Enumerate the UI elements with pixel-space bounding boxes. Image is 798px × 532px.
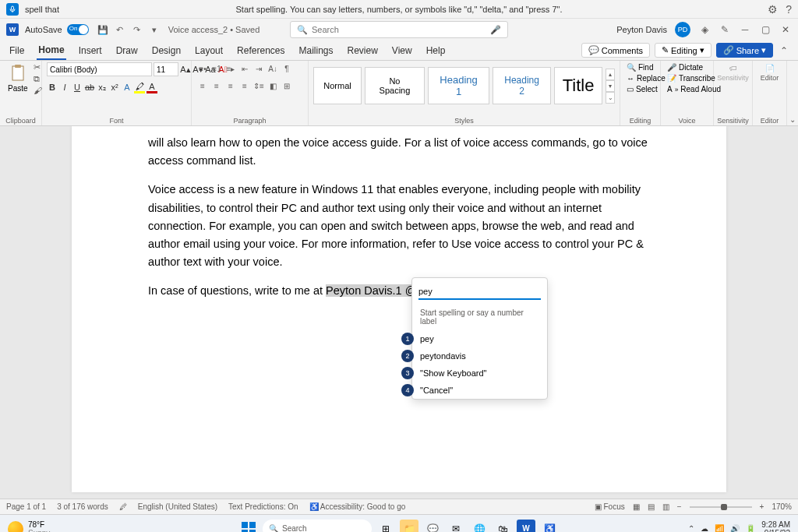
spell-option-4[interactable]: 4"Cancel" — [412, 382, 547, 399]
paragraph-3[interactable]: In case of questions, write to me at Pey… — [148, 282, 650, 300]
language-status[interactable]: English (United States) — [138, 502, 217, 511]
document-page[interactable]: will also learn how to open the voice ac… — [72, 126, 726, 492]
cut-icon[interactable]: ✂ — [34, 62, 42, 72]
taskbar-search[interactable]: 🔍 Search — [263, 520, 372, 533]
subscript-button[interactable]: x₂ — [97, 81, 108, 93]
tray-date[interactable]: 9/15/22 — [761, 529, 790, 533]
search-input[interactable] — [312, 25, 490, 34]
bullets-icon[interactable]: ≡• — [196, 62, 209, 75]
font-size-select[interactable] — [154, 62, 178, 76]
accessibility-icon[interactable]: ♿ — [540, 520, 559, 533]
format-painter-icon[interactable]: 🖌 — [34, 86, 42, 95]
multilevel-icon[interactable]: ≡▸ — [224, 62, 237, 75]
word-taskbar-icon[interactable]: W — [517, 520, 535, 533]
comments-button[interactable]: 💬 Comments — [581, 43, 650, 58]
styles-gallery-arrows[interactable]: ▴▾⌄ — [606, 69, 615, 104]
text-predictions-status[interactable]: Text Predictions: On — [228, 502, 298, 511]
editing-mode-button[interactable]: ✎ Editing ▾ — [655, 43, 711, 58]
share-button[interactable]: 🔗 Share ▾ — [716, 43, 773, 58]
replace-button[interactable]: ↔ Replace — [625, 73, 655, 83]
ribbon-collapse-icon[interactable]: ⌄ — [789, 115, 796, 124]
read-aloud-button[interactable]: A» Read Aloud — [666, 84, 708, 94]
style-heading2[interactable]: Heading 2 — [493, 67, 551, 104]
page-count[interactable]: Page 1 of 1 — [6, 502, 46, 511]
minimize-button[interactable]: ─ — [739, 23, 751, 36]
accessibility-status[interactable]: ♿ Accessibility: Good to go — [309, 502, 406, 511]
view-print-icon[interactable]: ▦ — [633, 502, 640, 511]
tab-view[interactable]: View — [390, 42, 414, 59]
align-center-icon[interactable]: ≡ — [210, 79, 223, 92]
tab-design[interactable]: Design — [150, 42, 182, 59]
close-button[interactable]: ✕ — [779, 23, 792, 36]
maximize-button[interactable]: ▢ — [759, 23, 772, 36]
user-name[interactable]: Peyton Davis — [616, 25, 667, 34]
tab-home[interactable]: Home — [37, 41, 65, 60]
tab-draw[interactable]: Draw — [115, 42, 139, 59]
spell-option-1[interactable]: 1pey — [412, 330, 547, 347]
user-avatar[interactable]: PD — [675, 22, 690, 37]
align-left-icon[interactable]: ≡ — [196, 79, 209, 92]
paragraph-2[interactable]: Voice access is a new feature in Windows… — [148, 181, 650, 271]
line-spacing-icon[interactable]: ⇕≡ — [252, 79, 265, 92]
tab-help[interactable]: Help — [425, 42, 447, 59]
tab-insert[interactable]: Insert — [77, 42, 104, 59]
tray-chevron-icon[interactable]: ⌃ — [688, 524, 694, 532]
document-name[interactable]: Voice access_2 • Saved — [168, 25, 260, 34]
qat-dropdown-icon[interactable]: ▾ — [148, 23, 161, 36]
weather-widget[interactable]: 78°FSunny — [8, 520, 50, 533]
indent-icon[interactable]: ⇥ — [252, 62, 265, 75]
strikethrough-button[interactable]: ab — [84, 81, 95, 93]
tray-battery-icon[interactable]: 🔋 — [746, 524, 755, 532]
outdent-icon[interactable]: ⇤ — [238, 62, 251, 75]
justify-icon[interactable]: ≡ — [238, 79, 251, 92]
paste-button[interactable]: Paste — [5, 62, 31, 94]
view-web-icon[interactable]: ▥ — [662, 502, 669, 511]
zoom-out-button[interactable]: − — [677, 502, 682, 511]
paragraph-1[interactable]: will also learn how to open the voice ac… — [148, 134, 650, 170]
toggle-switch[interactable]: On — [67, 24, 89, 35]
pen-icon[interactable]: ✎ — [719, 23, 731, 36]
task-view-icon[interactable]: ⊞ — [376, 520, 395, 533]
superscript-button[interactable]: x² — [109, 81, 120, 93]
tab-references[interactable]: References — [235, 42, 286, 59]
zoom-in-button[interactable]: + — [760, 502, 764, 511]
style-nospacing[interactable]: No Spacing — [365, 67, 425, 104]
spell-check-icon[interactable]: 🖉 — [119, 502, 127, 511]
tray-volume-icon[interactable]: 🔊 — [730, 524, 740, 532]
spell-input[interactable] — [418, 284, 541, 300]
save-icon[interactable]: 💾 — [97, 23, 109, 36]
font-color-icon[interactable]: A — [147, 81, 157, 93]
tray-cloud-icon[interactable]: ☁ — [701, 524, 708, 532]
bold-button[interactable]: B — [47, 81, 58, 93]
autosave-toggle[interactable]: AutoSave On — [25, 24, 89, 35]
focus-button[interactable]: ▣ Focus — [595, 502, 625, 511]
document-scroll-area[interactable]: will also learn how to open the voice ac… — [0, 126, 798, 499]
tab-review[interactable]: Review — [346, 42, 380, 59]
start-button[interactable] — [239, 520, 258, 533]
view-read-icon[interactable]: ▤ — [648, 502, 655, 511]
explorer-icon[interactable]: 📁 — [400, 520, 418, 533]
editor-button[interactable]: 📄 Editor — [757, 62, 782, 83]
word-count[interactable]: 3 of 176 words — [57, 502, 108, 511]
search-box[interactable]: 🔍 🎤 — [290, 21, 508, 38]
show-marks-icon[interactable]: ¶ — [281, 62, 293, 75]
copy-icon[interactable]: ⧉ — [34, 74, 42, 84]
spell-option-2[interactable]: 2peytondavis — [412, 347, 547, 365]
zoom-level[interactable]: 170% — [772, 502, 792, 511]
settings-icon[interactable]: ⚙ — [768, 3, 778, 16]
underline-button[interactable]: U — [72, 81, 83, 93]
diamond-icon[interactable]: ◈ — [698, 23, 711, 36]
find-button[interactable]: 🔍 Find — [625, 62, 655, 72]
text-effects-icon[interactable]: A — [122, 81, 132, 93]
sort-icon[interactable]: A↓ — [267, 62, 279, 75]
highlight-icon[interactable]: 🖍 — [134, 81, 145, 93]
store-icon[interactable]: 🛍 — [493, 520, 512, 533]
mail-icon[interactable]: ✉ — [447, 520, 465, 533]
zoom-slider[interactable] — [690, 506, 752, 508]
undo-icon[interactable]: ↶ — [114, 23, 126, 36]
style-heading1[interactable]: Heading 1 — [428, 67, 489, 104]
select-button[interactable]: ▭ Select — [625, 84, 655, 94]
numbering-icon[interactable]: ≡1 — [210, 62, 223, 75]
tray-time[interactable]: 9:28 AM — [761, 520, 790, 529]
style-normal[interactable]: Normal — [313, 67, 362, 104]
